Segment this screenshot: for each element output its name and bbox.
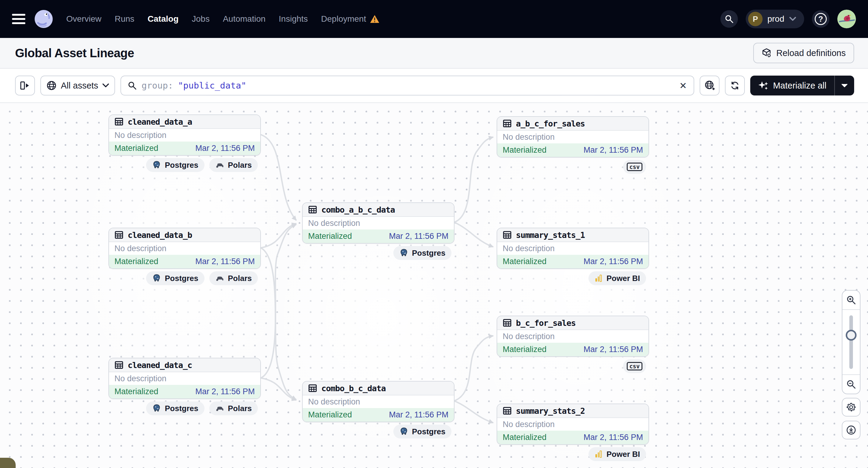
asset-name: b_c_for_sales (516, 318, 576, 327)
nav-item-overview[interactable]: Overview (66, 14, 101, 24)
panel-expand-icon (20, 81, 30, 90)
materialization-timestamp[interactable]: Mar 2, 11:56 PM (195, 387, 255, 396)
asset-name: cleaned_data_c (128, 361, 192, 370)
graph-settings-button[interactable] (842, 398, 861, 416)
status-badge: Materialized (503, 345, 547, 354)
nav-item-automation[interactable]: Automation (223, 14, 266, 24)
nav-item-deployment[interactable]: Deployment (321, 14, 380, 24)
asset-node[interactable]: combo_a_b_c_data No description Material… (302, 202, 455, 244)
page-title: Global Asset Lineage (15, 46, 134, 60)
refresh-icon (730, 81, 740, 91)
asset-node[interactable]: cleaned_data_b No description Materializ… (108, 228, 261, 269)
asset-tags: Postgres Polars (108, 271, 261, 285)
asset-name: summary_stats_1 (516, 230, 585, 240)
lineage-search-input[interactable]: group:"public_data" ✕ (121, 75, 694, 95)
asset-node[interactable]: cleaned_data_c No description Materializ… (108, 358, 261, 399)
nav-item-jobs[interactable]: Jobs (192, 14, 210, 24)
zoom-in-icon (846, 295, 856, 305)
table-icon (308, 384, 317, 393)
materialize-options-button[interactable] (835, 75, 854, 95)
materialization-timestamp[interactable]: Mar 2, 11:56 PM (389, 231, 448, 241)
postgres-icon (152, 160, 161, 169)
materialization-timestamp[interactable]: Mar 2, 11:56 PM (583, 345, 643, 354)
zoom-in-button[interactable] (842, 291, 860, 309)
tag-postgres[interactable]: Postgres (393, 246, 452, 260)
asset-node[interactable]: b_c_for_sales No description Materialize… (497, 316, 649, 357)
refresh-button[interactable] (725, 75, 745, 95)
search-icon (128, 81, 137, 90)
user-avatar[interactable] (837, 10, 856, 28)
materialization-timestamp[interactable]: Mar 2, 11:56 PM (583, 433, 643, 442)
csv-icon: csv (627, 362, 643, 371)
tag-postgres[interactable]: Postgres (146, 401, 204, 415)
status-badge: Materialized (503, 257, 547, 266)
chevron-down-icon (841, 83, 848, 88)
graph-query-button[interactable] (700, 75, 719, 95)
tag-polars[interactable]: Polars (209, 401, 258, 415)
asset-node[interactable]: a_b_c_for_sales No description Materiali… (497, 116, 649, 157)
tag-powerbi[interactable]: Power BI (589, 447, 646, 461)
gear-icon (846, 402, 856, 412)
asset-description: No description (109, 372, 260, 385)
asset-scope-dropdown[interactable]: All assets (40, 75, 115, 95)
asset-node[interactable]: summary_stats_2 No description Materiali… (497, 404, 649, 445)
materialize-all-button[interactable]: Materialize all (750, 75, 834, 95)
nav-item-catalog[interactable]: Catalog (148, 14, 179, 24)
search-button[interactable] (720, 10, 738, 28)
tag-csv[interactable]: csv (623, 160, 646, 174)
zoom-slider-thumb[interactable] (846, 330, 857, 341)
asset-tags: Postgres Polars (108, 401, 261, 415)
environment-switcher[interactable]: P prod (746, 10, 804, 28)
table-icon (115, 361, 123, 370)
status-badge: Materialized (308, 410, 352, 419)
page-header: Global Asset Lineage Reload definitions (0, 38, 868, 69)
asset-name: cleaned_data_a (128, 117, 192, 126)
asset-node[interactable]: cleaned_data_a No description Materializ… (108, 115, 261, 156)
tag-label: Postgres (165, 404, 198, 413)
materialization-timestamp[interactable]: Mar 2, 11:56 PM (195, 257, 255, 266)
lineage-graph-canvas[interactable]: cleaned_data_a No description Materializ… (0, 103, 868, 468)
polars-icon (215, 162, 224, 168)
environment-avatar: P (748, 12, 763, 26)
reload-definitions-button[interactable]: Reload definitions (753, 43, 854, 63)
tag-label: Power BI (607, 274, 640, 283)
asset-node[interactable]: combo_b_c_data No description Materializ… (302, 381, 455, 422)
materialization-timestamp[interactable]: Mar 2, 11:56 PM (195, 144, 255, 153)
asset-tags: Postgres (302, 246, 455, 260)
tag-postgres[interactable]: Postgres (393, 425, 452, 438)
clear-search-icon[interactable]: ✕ (679, 81, 687, 91)
zoom-slider-track[interactable] (849, 315, 853, 369)
materialization-timestamp[interactable]: Mar 2, 11:56 PM (583, 146, 643, 155)
table-icon (503, 230, 512, 240)
status-badge: Materialized (503, 433, 547, 442)
table-icon (308, 205, 317, 214)
toggle-sidebar-button[interactable] (15, 75, 35, 95)
zoom-out-button[interactable] (842, 375, 860, 394)
tag-postgres[interactable]: Postgres (146, 158, 204, 172)
tag-polars[interactable]: Polars (209, 158, 258, 172)
materialization-timestamp[interactable]: Mar 2, 11:56 PM (583, 257, 643, 266)
nav-item-insights[interactable]: Insights (279, 14, 308, 24)
download-image-button[interactable] (842, 421, 861, 439)
nav-item-runs[interactable]: Runs (115, 14, 134, 24)
primary-nav: Overview Runs Catalog Jobs Automation In… (66, 14, 380, 24)
lineage-toolbar: All assets group:"public_data" ✕ (0, 69, 868, 103)
tag-powerbi[interactable]: Power BI (589, 271, 646, 285)
hamburger-menu-icon[interactable] (12, 14, 25, 24)
powerbi-icon (594, 274, 603, 282)
table-icon (115, 117, 123, 126)
asset-description: No description (497, 418, 648, 431)
dagster-logo[interactable] (34, 9, 54, 29)
postgres-icon (152, 274, 161, 283)
zoom-slider[interactable] (842, 309, 860, 375)
tag-csv[interactable]: csv (623, 359, 646, 373)
asset-node[interactable]: summary_stats_1 No description Materiali… (497, 228, 649, 269)
tag-postgres[interactable]: Postgres (146, 271, 204, 285)
help-button[interactable]: ? (812, 10, 830, 28)
tag-label: Power BI (607, 449, 640, 459)
tag-polars[interactable]: Polars (209, 271, 258, 285)
query-key: group: (142, 81, 173, 91)
tag-label: Postgres (165, 160, 198, 170)
asset-description: No description (303, 217, 454, 229)
materialization-timestamp[interactable]: Mar 2, 11:56 PM (389, 410, 448, 419)
